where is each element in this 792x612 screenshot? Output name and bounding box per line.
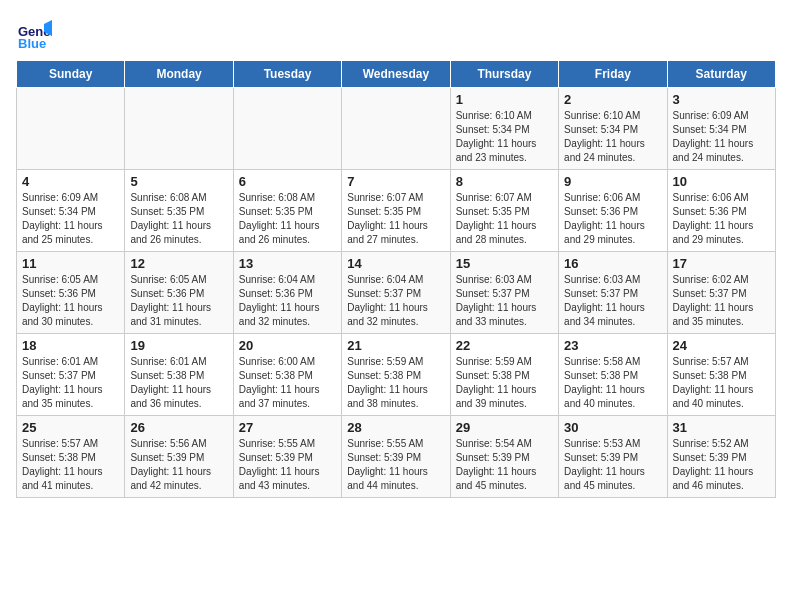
- day-info: Sunrise: 5:53 AM Sunset: 5:39 PM Dayligh…: [564, 437, 661, 493]
- calendar-cell: 24Sunrise: 5:57 AM Sunset: 5:38 PM Dayli…: [667, 334, 775, 416]
- day-info: Sunrise: 6:00 AM Sunset: 5:38 PM Dayligh…: [239, 355, 336, 411]
- day-info: Sunrise: 6:05 AM Sunset: 5:36 PM Dayligh…: [22, 273, 119, 329]
- calendar-table: SundayMondayTuesdayWednesdayThursdayFrid…: [16, 60, 776, 498]
- day-number: 19: [130, 338, 227, 353]
- calendar-cell: 12Sunrise: 6:05 AM Sunset: 5:36 PM Dayli…: [125, 252, 233, 334]
- svg-text:Blue: Blue: [18, 36, 46, 51]
- day-header-saturday: Saturday: [667, 61, 775, 88]
- calendar-cell: 21Sunrise: 5:59 AM Sunset: 5:38 PM Dayli…: [342, 334, 450, 416]
- day-number: 20: [239, 338, 336, 353]
- calendar-cell: 29Sunrise: 5:54 AM Sunset: 5:39 PM Dayli…: [450, 416, 558, 498]
- calendar-cell: 26Sunrise: 5:56 AM Sunset: 5:39 PM Dayli…: [125, 416, 233, 498]
- day-number: 1: [456, 92, 553, 107]
- day-number: 27: [239, 420, 336, 435]
- calendar-cell: 23Sunrise: 5:58 AM Sunset: 5:38 PM Dayli…: [559, 334, 667, 416]
- day-number: 31: [673, 420, 770, 435]
- logo: General Blue: [16, 16, 56, 52]
- day-info: Sunrise: 6:10 AM Sunset: 5:34 PM Dayligh…: [456, 109, 553, 165]
- calendar-cell: 11Sunrise: 6:05 AM Sunset: 5:36 PM Dayli…: [17, 252, 125, 334]
- day-info: Sunrise: 6:08 AM Sunset: 5:35 PM Dayligh…: [239, 191, 336, 247]
- day-number: 26: [130, 420, 227, 435]
- day-number: 14: [347, 256, 444, 271]
- day-info: Sunrise: 5:59 AM Sunset: 5:38 PM Dayligh…: [456, 355, 553, 411]
- day-header-friday: Friday: [559, 61, 667, 88]
- day-number: 30: [564, 420, 661, 435]
- day-info: Sunrise: 6:04 AM Sunset: 5:37 PM Dayligh…: [347, 273, 444, 329]
- day-info: Sunrise: 6:07 AM Sunset: 5:35 PM Dayligh…: [456, 191, 553, 247]
- day-number: 28: [347, 420, 444, 435]
- day-header-thursday: Thursday: [450, 61, 558, 88]
- day-info: Sunrise: 6:07 AM Sunset: 5:35 PM Dayligh…: [347, 191, 444, 247]
- day-info: Sunrise: 5:58 AM Sunset: 5:38 PM Dayligh…: [564, 355, 661, 411]
- day-number: 23: [564, 338, 661, 353]
- calendar-header-row: SundayMondayTuesdayWednesdayThursdayFrid…: [17, 61, 776, 88]
- calendar-cell: 15Sunrise: 6:03 AM Sunset: 5:37 PM Dayli…: [450, 252, 558, 334]
- day-number: 21: [347, 338, 444, 353]
- calendar-cell: 14Sunrise: 6:04 AM Sunset: 5:37 PM Dayli…: [342, 252, 450, 334]
- day-number: 3: [673, 92, 770, 107]
- day-number: 15: [456, 256, 553, 271]
- day-number: 11: [22, 256, 119, 271]
- day-info: Sunrise: 5:55 AM Sunset: 5:39 PM Dayligh…: [239, 437, 336, 493]
- day-info: Sunrise: 6:02 AM Sunset: 5:37 PM Dayligh…: [673, 273, 770, 329]
- day-info: Sunrise: 6:08 AM Sunset: 5:35 PM Dayligh…: [130, 191, 227, 247]
- day-info: Sunrise: 6:06 AM Sunset: 5:36 PM Dayligh…: [673, 191, 770, 247]
- calendar-cell: 5Sunrise: 6:08 AM Sunset: 5:35 PM Daylig…: [125, 170, 233, 252]
- page-header: General Blue: [16, 16, 776, 52]
- day-info: Sunrise: 5:52 AM Sunset: 5:39 PM Dayligh…: [673, 437, 770, 493]
- day-number: 5: [130, 174, 227, 189]
- calendar-cell: [342, 88, 450, 170]
- day-number: 13: [239, 256, 336, 271]
- day-header-sunday: Sunday: [17, 61, 125, 88]
- calendar-cell: 18Sunrise: 6:01 AM Sunset: 5:37 PM Dayli…: [17, 334, 125, 416]
- day-number: 7: [347, 174, 444, 189]
- calendar-cell: 27Sunrise: 5:55 AM Sunset: 5:39 PM Dayli…: [233, 416, 341, 498]
- day-info: Sunrise: 5:57 AM Sunset: 5:38 PM Dayligh…: [673, 355, 770, 411]
- calendar-cell: 3Sunrise: 6:09 AM Sunset: 5:34 PM Daylig…: [667, 88, 775, 170]
- day-info: Sunrise: 6:03 AM Sunset: 5:37 PM Dayligh…: [564, 273, 661, 329]
- day-header-wednesday: Wednesday: [342, 61, 450, 88]
- calendar-cell: 10Sunrise: 6:06 AM Sunset: 5:36 PM Dayli…: [667, 170, 775, 252]
- calendar-cell: 7Sunrise: 6:07 AM Sunset: 5:35 PM Daylig…: [342, 170, 450, 252]
- day-number: 18: [22, 338, 119, 353]
- calendar-cell: 20Sunrise: 6:00 AM Sunset: 5:38 PM Dayli…: [233, 334, 341, 416]
- calendar-cell: 17Sunrise: 6:02 AM Sunset: 5:37 PM Dayli…: [667, 252, 775, 334]
- day-info: Sunrise: 5:57 AM Sunset: 5:38 PM Dayligh…: [22, 437, 119, 493]
- calendar-week-5: 25Sunrise: 5:57 AM Sunset: 5:38 PM Dayli…: [17, 416, 776, 498]
- calendar-cell: 19Sunrise: 6:01 AM Sunset: 5:38 PM Dayli…: [125, 334, 233, 416]
- logo-icon: General Blue: [16, 16, 52, 52]
- day-number: 25: [22, 420, 119, 435]
- day-header-monday: Monday: [125, 61, 233, 88]
- calendar-cell: [17, 88, 125, 170]
- calendar-cell: [125, 88, 233, 170]
- day-info: Sunrise: 6:10 AM Sunset: 5:34 PM Dayligh…: [564, 109, 661, 165]
- calendar-cell: 6Sunrise: 6:08 AM Sunset: 5:35 PM Daylig…: [233, 170, 341, 252]
- day-number: 12: [130, 256, 227, 271]
- calendar-cell: 25Sunrise: 5:57 AM Sunset: 5:38 PM Dayli…: [17, 416, 125, 498]
- calendar-cell: [233, 88, 341, 170]
- day-number: 29: [456, 420, 553, 435]
- day-info: Sunrise: 6:04 AM Sunset: 5:36 PM Dayligh…: [239, 273, 336, 329]
- day-number: 2: [564, 92, 661, 107]
- day-info: Sunrise: 5:55 AM Sunset: 5:39 PM Dayligh…: [347, 437, 444, 493]
- day-info: Sunrise: 6:05 AM Sunset: 5:36 PM Dayligh…: [130, 273, 227, 329]
- calendar-cell: 22Sunrise: 5:59 AM Sunset: 5:38 PM Dayli…: [450, 334, 558, 416]
- day-number: 24: [673, 338, 770, 353]
- calendar-cell: 30Sunrise: 5:53 AM Sunset: 5:39 PM Dayli…: [559, 416, 667, 498]
- day-info: Sunrise: 5:54 AM Sunset: 5:39 PM Dayligh…: [456, 437, 553, 493]
- day-number: 4: [22, 174, 119, 189]
- day-number: 6: [239, 174, 336, 189]
- calendar-week-1: 1Sunrise: 6:10 AM Sunset: 5:34 PM Daylig…: [17, 88, 776, 170]
- calendar-cell: 4Sunrise: 6:09 AM Sunset: 5:34 PM Daylig…: [17, 170, 125, 252]
- calendar-cell: 28Sunrise: 5:55 AM Sunset: 5:39 PM Dayli…: [342, 416, 450, 498]
- calendar-cell: 9Sunrise: 6:06 AM Sunset: 5:36 PM Daylig…: [559, 170, 667, 252]
- calendar-cell: 2Sunrise: 6:10 AM Sunset: 5:34 PM Daylig…: [559, 88, 667, 170]
- day-number: 8: [456, 174, 553, 189]
- calendar-cell: 16Sunrise: 6:03 AM Sunset: 5:37 PM Dayli…: [559, 252, 667, 334]
- day-number: 10: [673, 174, 770, 189]
- calendar-cell: 1Sunrise: 6:10 AM Sunset: 5:34 PM Daylig…: [450, 88, 558, 170]
- day-number: 22: [456, 338, 553, 353]
- day-header-tuesday: Tuesday: [233, 61, 341, 88]
- day-info: Sunrise: 6:01 AM Sunset: 5:38 PM Dayligh…: [130, 355, 227, 411]
- day-info: Sunrise: 6:03 AM Sunset: 5:37 PM Dayligh…: [456, 273, 553, 329]
